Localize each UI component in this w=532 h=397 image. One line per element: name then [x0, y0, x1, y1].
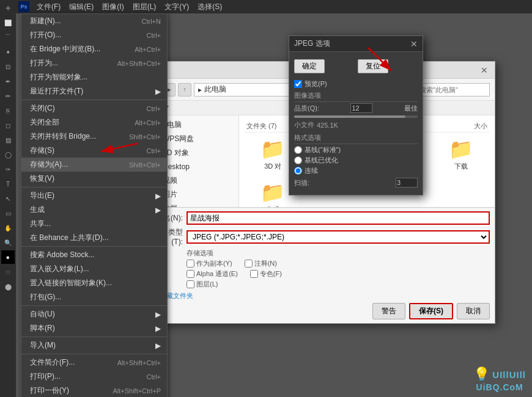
layer-checkbox[interactable]	[187, 280, 194, 288]
menu-print-one[interactable]: 打印一份(Y) Alt+Shift+Ctrl+P	[21, 384, 167, 397]
menu-open-as[interactable]: 打开为... Alt+Shift+Ctrl+	[21, 56, 167, 70]
watermark-text1: UIllUIll	[492, 370, 526, 380]
menu-export[interactable]: 导出(E) ▶	[21, 189, 167, 203]
option-copy[interactable]: 作为副本(Y)	[187, 259, 232, 268]
text-icon[interactable]: T	[1, 177, 15, 191]
lasso-icon[interactable]: ⌒	[1, 31, 15, 44]
filetype-row: 保存类型(T): JPEG (*.JPG;*.JPEG;*.JPE)	[146, 227, 490, 246]
cancel-button[interactable]: 取消	[457, 303, 490, 319]
menu-image[interactable]: 图像(I)	[98, 1, 127, 13]
file-item-download[interactable]: 📁 下载	[432, 135, 490, 173]
color-checkbox[interactable]	[250, 270, 258, 278]
gradient-icon[interactable]: ▨	[1, 133, 15, 147]
move-tool-icon[interactable]: ✛	[1, 1, 15, 15]
menu-import[interactable]: 导入(M) ▶	[21, 338, 167, 352]
menu-automate[interactable]: 自动(U) ▶	[21, 307, 167, 321]
option-layer[interactable]: 图层(L)	[187, 280, 218, 289]
menu-file-info[interactable]: 文件简介(F)... Alt+Shift+Ctrl+	[21, 355, 167, 370]
save-button[interactable]: 保存(S)	[409, 303, 453, 319]
menu-bridge-browse[interactable]: 在 Bridge 中浏览(B)... Alt+Ctrl+	[21, 42, 167, 56]
clone-icon[interactable]: ⎘	[1, 104, 15, 117]
menu-share[interactable]: 共享...	[21, 217, 167, 231]
separator-6	[21, 354, 167, 354]
menu-new[interactable]: 新建(N)... Ctrl+N	[21, 14, 167, 28]
bg-color-icon[interactable]: □	[1, 265, 15, 279]
menu-open-smart[interactable]: 打开为智能对象...	[21, 70, 167, 84]
size-label: 小文件	[294, 120, 314, 129]
jpeg-dialog-titlebar: JPEG 选项 ✕	[289, 36, 423, 52]
option-alpha[interactable]: Alpha 通道(E)	[187, 269, 238, 279]
menu-place-embed[interactable]: 置入嵌入对象(L)...	[21, 262, 167, 276]
select-rect-icon[interactable]: ⬜	[1, 16, 15, 29]
brush-icon[interactable]: ✏	[1, 89, 15, 103]
option-note[interactable]: 注释(N)	[245, 259, 277, 268]
eyedropper-icon[interactable]: ✒	[1, 75, 15, 88]
menu-behance[interactable]: 在 Behance 上共享(D)...	[21, 231, 167, 245]
dodge-icon[interactable]: ◯	[1, 148, 15, 161]
nav-up-btn[interactable]: ↑	[178, 83, 191, 97]
jpeg-preview-row: 预览(P)	[294, 79, 418, 89]
zoom-icon[interactable]: 🔍	[1, 236, 15, 249]
menu-edit[interactable]: 编辑(E)	[65, 1, 97, 13]
menu-layer[interactable]: 图层(L)	[129, 1, 160, 13]
scan-row: 扫描:	[294, 178, 418, 188]
option-color[interactable]: 专色(F)	[250, 269, 282, 279]
scan-input[interactable]	[396, 178, 418, 188]
folder-large-icon-music: 📁	[260, 181, 285, 204]
format-base-label: 基线("标准")	[305, 145, 341, 155]
fg-color-icon[interactable]: ■	[1, 250, 15, 264]
note-checkbox[interactable]	[245, 260, 253, 268]
size-header: 大小	[474, 122, 487, 131]
footer-buttons: 警告 保存(S) 取消	[146, 303, 490, 319]
shape-icon[interactable]: ▭	[1, 206, 15, 220]
filename-input[interactable]	[187, 211, 490, 225]
footer-options: 作为副本(Y) 注释(N)	[187, 259, 490, 268]
crop-icon[interactable]: ⊡	[1, 60, 15, 73]
ps-logo: Ps	[18, 1, 29, 12]
hand-icon[interactable]: ✋	[1, 221, 15, 235]
filetype-select[interactable]: JPEG (*.JPG;*.JPEG;*.JPE)	[187, 230, 490, 244]
menu-close[interactable]: 关闭(C) Ctrl+	[21, 101, 167, 115]
menu-open[interactable]: 打开(O)... Ctrl+	[21, 28, 167, 42]
menu-revert[interactable]: 恢复(V)	[21, 172, 167, 186]
separator-5	[21, 337, 167, 337]
path-select-icon[interactable]: ↖	[1, 192, 15, 205]
menu-select[interactable]: 选择(S)	[194, 1, 226, 13]
quality-input[interactable]	[350, 103, 372, 113]
format-prog-radio[interactable]	[294, 167, 302, 175]
menu-close-bridge[interactable]: 关闭并转到 Bridge... Shift+Ctrl+	[21, 129, 167, 144]
format-section: 格式选项	[294, 133, 418, 144]
menu-file[interactable]: 文件(F)	[33, 1, 64, 13]
menu-recent[interactable]: 最近打开文件(T) ▶	[21, 84, 167, 98]
preview-checkbox[interactable]	[294, 80, 302, 88]
menu-generate[interactable]: 生成 ▶	[21, 203, 167, 217]
pen-icon[interactable]: ✑	[1, 162, 15, 176]
warn-button[interactable]: 警告	[372, 303, 405, 319]
jpeg-dialog: JPEG 选项 ✕ 确定 复位 预览(P) 图像选项 品质(Q): 最佳 小文件…	[289, 35, 423, 195]
format-base-radio[interactable]	[294, 146, 302, 154]
eraser-icon[interactable]: ◻	[1, 118, 15, 132]
magic-wand-icon[interactable]: ✦	[1, 45, 15, 59]
jpeg-confirm-button[interactable]: 确定	[294, 59, 325, 73]
menu-text[interactable]: 文字(Y)	[161, 1, 193, 13]
path-label: 此电脑	[204, 84, 226, 95]
menu-close-all[interactable]: 关闭全部 Alt+Ctrl+	[21, 115, 167, 129]
menu-package[interactable]: 打包(G)...	[21, 290, 167, 304]
menu-print[interactable]: 打印(P)... Ctrl+	[21, 370, 167, 384]
menu-save[interactable]: 存储(S) Ctrl+	[21, 144, 167, 158]
menu-scripts[interactable]: 脚本(R) ▶	[21, 321, 167, 335]
search-input[interactable]	[416, 83, 490, 97]
menu-save-as[interactable]: 存储为(A)... Shift+Ctrl+	[21, 158, 167, 172]
jpeg-reset-button[interactable]: 复位	[358, 59, 388, 73]
format-base-opt-radio[interactable]	[294, 156, 302, 164]
menu-place-linked[interactable]: 置入链接的智能对象(K)...	[21, 276, 167, 290]
menu-adobe-stock[interactable]: 搜索 Adobe Stock...	[21, 248, 167, 262]
save-dialog-close[interactable]: ✕	[479, 65, 490, 76]
quality-slider-track[interactable]	[294, 115, 418, 118]
copy-checkbox[interactable]	[187, 260, 194, 268]
jpeg-close-btn[interactable]: ✕	[410, 39, 418, 49]
mask-icon[interactable]: ⬤	[1, 280, 15, 293]
size-value: 425.1K	[317, 122, 338, 129]
scan-label: 扫描:	[294, 178, 309, 188]
alpha-checkbox[interactable]	[187, 270, 194, 278]
